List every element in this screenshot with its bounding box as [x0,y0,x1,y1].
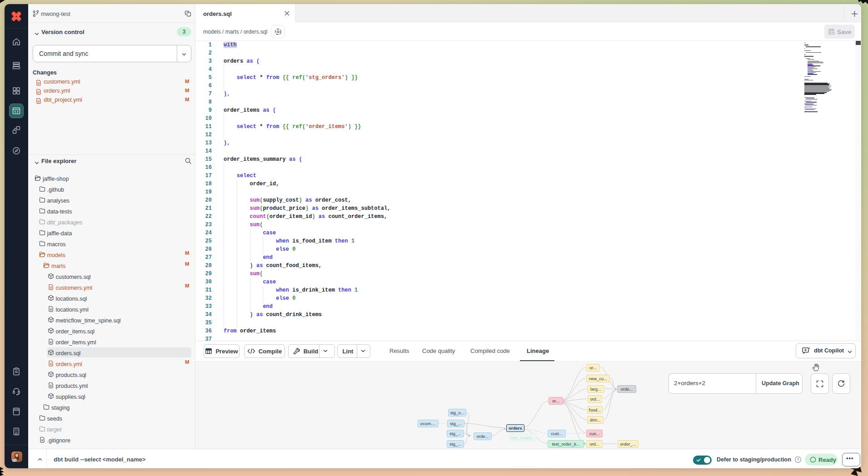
svg-text:?: ? [797,457,799,462]
